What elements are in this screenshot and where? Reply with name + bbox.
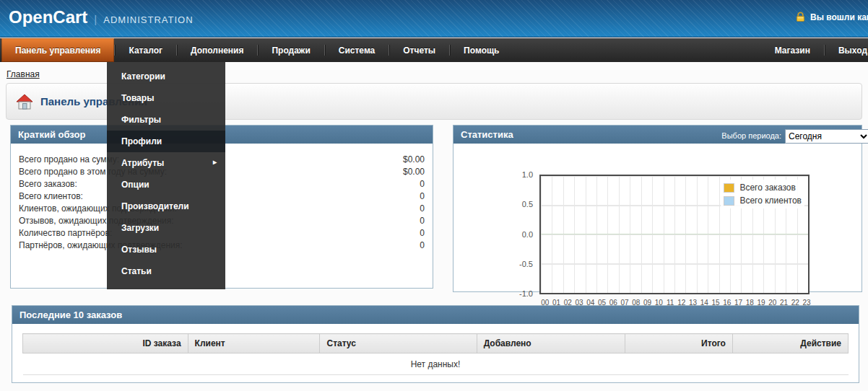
overview-value: 0 (420, 190, 425, 203)
menu-item-attributes[interactable]: Атрибуты ▸ (107, 152, 225, 174)
main-nav: Панель управления Каталог Дополнения Про… (0, 38, 868, 62)
orders-empty-text: Нет данных! (23, 353, 849, 375)
opencart-logo: OpenCart | ADMINISTRATION (9, 7, 194, 27)
y-tick: 0.0 (453, 230, 533, 239)
col-status: Статус (320, 334, 477, 353)
overview-value: 0 (420, 215, 425, 227)
home-icon (16, 94, 33, 110)
period-control: Выбор периода: Сегодня (721, 127, 868, 145)
login-status-text: Вы вошли как d (810, 12, 868, 22)
catalog-dropdown-menu: Категории Товары Фильтры Профили Атрибут… (107, 62, 225, 289)
overview-value: 0 (420, 178, 425, 190)
menu-item-profiles[interactable]: Профили (107, 131, 225, 152)
nav-right-group: Магазин Выход (761, 38, 868, 62)
menu-item-categories[interactable]: Категории (107, 66, 225, 87)
orders-table-wrap: ID заказа Клиент Статус Добавлено Итого … (12, 324, 859, 375)
overview-value: 0 (420, 203, 425, 215)
statistics-panel: Статистика Выбор периода: Сегодня 1.0 0.… (453, 125, 862, 292)
col-total: Итого (625, 334, 733, 353)
col-action: Действие (732, 334, 848, 353)
statistics-panel-title: Статистика (461, 129, 513, 140)
submenu-arrow-icon: ▸ (213, 158, 217, 166)
overview-value: $0.00 (403, 154, 425, 166)
orders-panel: Последние 10 заказов ID заказа Клиент Ст… (12, 305, 859, 383)
orders-header-row: ID заказа Клиент Статус Добавлено Итого … (23, 334, 849, 353)
menu-item-options[interactable]: Опции (107, 174, 225, 196)
menu-item-reviews[interactable]: Отзывы (107, 239, 225, 260)
nav-logout[interactable]: Выход (825, 38, 868, 62)
nav-dashboard[interactable]: Панель управления (1, 38, 114, 62)
chart-area: 1.0 0.5 0.0 -0.5 -1.0 Всего заказов Всег… (453, 144, 862, 291)
period-select[interactable]: Сегодня (785, 129, 868, 144)
logo-text: OpenCart (9, 7, 87, 27)
menu-item-attributes-label: Атрибуты (121, 158, 164, 168)
overview-label: Всего клиентов: (19, 190, 83, 203)
app-header: OpenCart | ADMINISTRATION Вы вошли как d (0, 0, 868, 38)
legend-entry-orders: Всего заказов (724, 181, 802, 194)
orders-panel-title: Последние 10 заказов (12, 306, 859, 324)
legend-entry-customers: Всего клиентов (724, 194, 802, 207)
nav-reports[interactable]: Отчеты (389, 38, 449, 62)
y-tick: 1.0 (453, 170, 533, 179)
nav-extensions[interactable]: Дополнения (177, 38, 257, 62)
breadcrumb-home-link[interactable]: Главная (6, 69, 40, 79)
nav-sales[interactable]: Продажи (258, 38, 324, 62)
col-added: Добавлено (477, 334, 625, 353)
col-customer: Клиент (188, 334, 320, 353)
nav-left-group: Панель управления Каталог Дополнения Про… (1, 38, 513, 62)
y-tick: -0.5 (453, 260, 533, 268)
chart-legend: Всего заказов Всего клиентов (721, 180, 804, 208)
menu-item-manufacturers[interactable]: Производители (107, 196, 225, 217)
legend-label: Всего заказов (739, 183, 795, 193)
statistics-panel-header: Статистика Выбор периода: Сегодня (453, 126, 862, 144)
overview-label: Всего продано на сумму: (19, 154, 119, 166)
logo-subtitle: ADMINISTRATION (103, 14, 193, 25)
logo-divider: | (94, 13, 97, 25)
lock-icon (795, 12, 806, 22)
y-tick: -1.0 (453, 289, 533, 298)
legend-swatch-orders (724, 183, 734, 193)
overview-value: 0 (420, 227, 425, 240)
nav-catalog[interactable]: Каталог (115, 38, 176, 62)
menu-item-products[interactable]: Товары (107, 87, 225, 109)
legend-label: Всего клиентов (739, 196, 802, 206)
col-order-id: ID заказа (23, 334, 188, 353)
nav-system[interactable]: Система (325, 38, 389, 62)
legend-swatch-customers (724, 196, 734, 206)
overview-label: Количество партнёров: (19, 227, 112, 240)
overview-label: Всего заказов: (19, 178, 77, 190)
menu-item-articles[interactable]: Статьи (107, 260, 225, 282)
nav-help[interactable]: Помощь (450, 38, 513, 62)
overview-value: 0 (420, 240, 425, 252)
menu-item-filters[interactable]: Фильтры (107, 109, 225, 131)
y-tick: 0.5 (453, 200, 533, 208)
menu-item-downloads[interactable]: Загрузки (107, 217, 225, 239)
breadcrumb: Главная (6, 69, 40, 79)
nav-store[interactable]: Магазин (761, 38, 824, 62)
overview-value: $0.00 (403, 166, 425, 178)
orders-empty-row: Нет данных! (23, 353, 849, 375)
period-label: Выбор периода: (721, 127, 781, 145)
orders-table: ID заказа Клиент Статус Добавлено Итого … (22, 333, 849, 375)
login-status: Вы вошли как d (795, 12, 868, 22)
chart-plot: Всего заказов Всего клиентов (539, 175, 810, 294)
